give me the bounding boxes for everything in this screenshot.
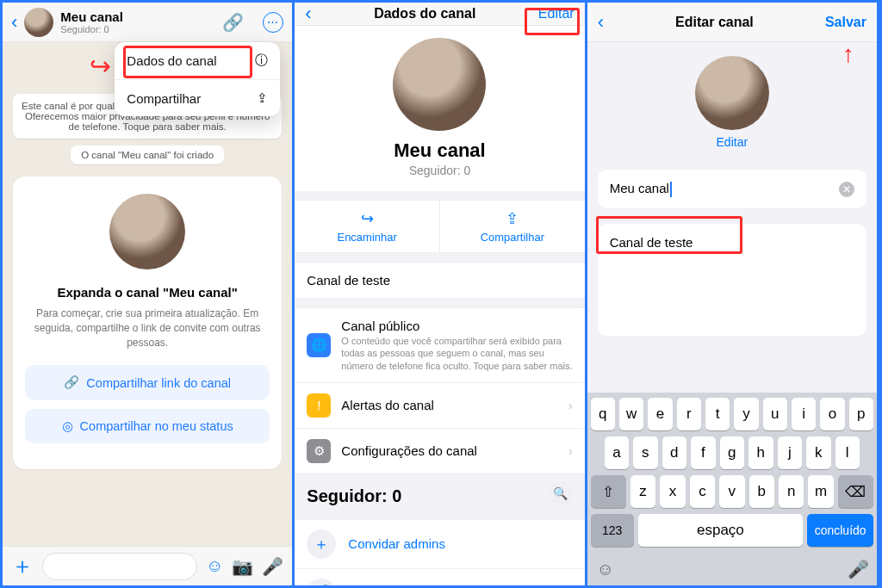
save-button[interactable]: Salvar xyxy=(825,15,866,30)
info-icon: ⓘ xyxy=(255,53,268,69)
key-t[interactable]: t xyxy=(705,398,730,430)
keyboard-row-3: ⇧ zxcvbnm⌫ xyxy=(591,475,873,508)
more-icon[interactable]: ⋯ xyxy=(263,12,283,33)
key-k[interactable]: k xyxy=(806,436,830,469)
edit-button[interactable]: Editar xyxy=(538,6,575,22)
key-u[interactable]: u xyxy=(763,398,787,430)
key-c[interactable]: c xyxy=(690,475,715,508)
key-i[interactable]: i xyxy=(792,398,816,430)
key-b[interactable]: b xyxy=(749,475,774,508)
key-w[interactable]: w xyxy=(619,398,643,430)
channel-avatar-large[interactable] xyxy=(393,38,486,131)
share-button[interactable]: ⇪ Compartilhar xyxy=(440,201,585,252)
emoji-icon[interactable]: ☺ xyxy=(593,556,618,582)
share-link-button[interactable]: 🔗 Compartilhar link do canal xyxy=(25,365,270,400)
menu-channel-info[interactable]: Dados do canal ⓘ xyxy=(115,42,280,80)
key-y[interactable]: y xyxy=(734,398,758,430)
desc-field-group: Canal de teste xyxy=(598,224,866,336)
edit-photo-link[interactable]: Editar xyxy=(587,135,877,149)
pane-chat: ‹ Meu canal Seguidor: 0 🔗 ⋯ ↩ Dados do c… xyxy=(3,3,295,585)
key-d[interactable]: d xyxy=(662,436,686,469)
done-key[interactable]: concluído xyxy=(807,514,873,547)
cell-detail: O conteúdo que você compartilhar será ex… xyxy=(341,335,572,372)
key-n[interactable]: n xyxy=(779,475,804,508)
share-icon: ⇪ xyxy=(440,209,585,228)
description-group: Canal de teste xyxy=(295,262,584,299)
mic-icon[interactable]: 🎤 xyxy=(846,556,872,582)
follower-count: Seguidor: 0 xyxy=(295,164,584,177)
description-text: Canal de teste xyxy=(307,273,390,288)
back-icon[interactable]: ‹ xyxy=(11,11,17,34)
edit-profile-block: Editar xyxy=(587,42,877,154)
link-icon[interactable]: 🔗 xyxy=(222,12,244,33)
name-field[interactable]: Meu canal ✕ xyxy=(598,170,866,208)
mic-icon[interactable]: 🎤 xyxy=(262,556,283,577)
key-q[interactable]: q xyxy=(591,398,615,430)
gear-icon: ⚙ xyxy=(307,439,331,463)
sticker-icon[interactable]: ☺ xyxy=(206,556,223,576)
key-j[interactable]: j xyxy=(778,436,802,469)
space-key[interactable]: espaço xyxy=(638,514,804,547)
search-icon[interactable]: 🔍 xyxy=(549,481,573,505)
composer-bar: ＋ ☺ 📷 🎤 xyxy=(3,546,292,585)
key-s[interactable]: s xyxy=(633,436,657,469)
backspace-key[interactable]: ⌫ xyxy=(838,475,873,508)
key-o[interactable]: o xyxy=(820,398,844,430)
key-g[interactable]: g xyxy=(720,436,744,469)
key-p[interactable]: p xyxy=(849,398,873,430)
link-icon: 🔗 xyxy=(307,579,336,585)
card-title: Expanda o canal "Meu canal" xyxy=(25,285,270,300)
key-m[interactable]: m xyxy=(808,475,833,508)
action-label: Encaminhar xyxy=(337,231,396,244)
cell-title: Configurações do canal xyxy=(341,443,558,458)
channel-link-row[interactable]: 🔗 Link do canal xyxy=(295,569,584,585)
menu-share[interactable]: Compartilhar ⇪ xyxy=(115,80,280,116)
globe-icon: 🌐 xyxy=(307,333,331,357)
cell-title: Canal público xyxy=(341,319,572,333)
key-v[interactable]: v xyxy=(719,475,744,508)
key-f[interactable]: f xyxy=(691,436,715,469)
text-cursor xyxy=(670,182,672,197)
description-field[interactable]: Canal de teste xyxy=(598,224,866,261)
key-h[interactable]: h xyxy=(748,436,773,469)
key-a[interactable]: a xyxy=(605,436,629,469)
key-z[interactable]: z xyxy=(630,475,655,508)
back-icon[interactable]: ‹ xyxy=(598,11,604,34)
created-notice: O canal "Meu canal" foi criado xyxy=(71,145,224,164)
context-menu: Dados do canal ⓘ Compartilhar ⇪ xyxy=(115,42,280,116)
invite-admins-row[interactable]: ＋ Convidar admins xyxy=(295,520,584,569)
menu-item-label: Dados do canal xyxy=(127,53,216,68)
forward-button[interactable]: ↪ Encaminhar xyxy=(295,201,439,252)
annotation-arrow-up xyxy=(842,40,854,68)
channel-avatar-large xyxy=(109,194,185,269)
description-cell[interactable]: Canal de teste xyxy=(295,263,584,298)
settings-cell[interactable]: ⚙ Configurações do canal › xyxy=(295,429,584,473)
key-e[interactable]: e xyxy=(648,398,672,430)
key-l[interactable]: l xyxy=(835,436,860,469)
message-input[interactable] xyxy=(42,553,197,580)
attach-icon[interactable]: ＋ xyxy=(11,551,34,581)
chat-title-block[interactable]: Meu canal Seguidor: 0 xyxy=(60,9,123,34)
camera-icon[interactable]: 📷 xyxy=(232,556,253,577)
keyboard-row-1: qwertyuiop xyxy=(591,398,873,430)
card-body: Para começar, crie sua primeira atualiza… xyxy=(25,306,270,350)
channel-avatar-small[interactable] xyxy=(24,8,53,37)
cell-title: Alertas do canal xyxy=(341,398,558,412)
public-channel-cell[interactable]: 🌐 Canal público O conteúdo que você comp… xyxy=(295,308,584,383)
channel-avatar-editable[interactable] xyxy=(695,56,769,130)
plus-icon: ＋ xyxy=(307,529,336,559)
clear-icon[interactable]: ✕ xyxy=(839,182,854,197)
name-value: Meu canal xyxy=(610,181,839,197)
numbers-key[interactable]: 123 xyxy=(591,514,634,547)
button-label: Compartilhar link do canal xyxy=(86,376,231,390)
page-title: Editar canal xyxy=(675,15,754,30)
back-icon[interactable]: ‹ xyxy=(305,3,311,25)
pane-channel-info: ‹ Dados do canal Editar Meu canal Seguid… xyxy=(295,3,587,585)
alerts-cell[interactable]: ! Alertas do canal › xyxy=(295,383,584,429)
chevron-right-icon: › xyxy=(568,444,573,458)
edit-header: ‹ Editar canal Salvar xyxy=(587,3,877,42)
share-status-button[interactable]: ◎ Compartilhar no meu status xyxy=(25,409,270,443)
shift-key[interactable]: ⇧ xyxy=(591,475,626,508)
key-x[interactable]: x xyxy=(660,475,685,508)
key-r[interactable]: r xyxy=(677,398,701,430)
